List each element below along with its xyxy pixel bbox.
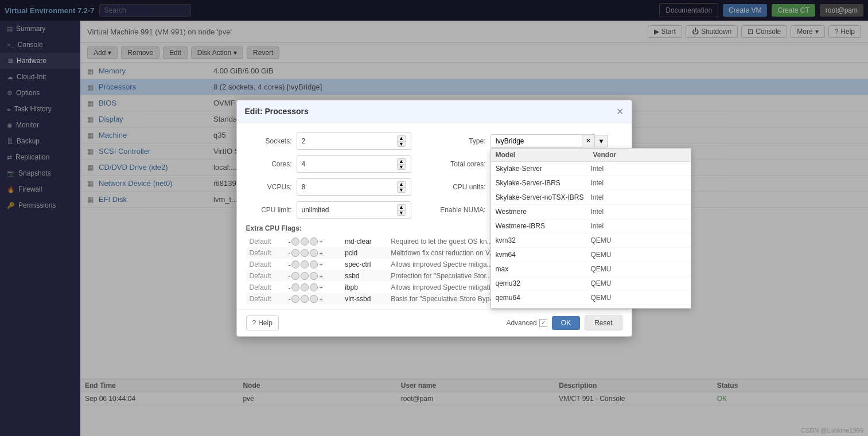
list-item[interactable]: qemu64QEMU	[491, 291, 691, 305]
cpu-limit-up[interactable]: ▲	[397, 204, 406, 210]
sockets-label: Sockets:	[246, 137, 292, 145]
type-input[interactable]	[491, 134, 582, 148]
list-item[interactable]: Skylake-ServerIntel	[491, 162, 691, 176]
flag-name: virt-ssbd	[341, 293, 387, 305]
flag-name: md-clear	[341, 236, 387, 247]
cpu-units-label: CPU units:	[440, 183, 486, 191]
cpu-limit-label: CPU limit:	[246, 206, 292, 214]
cpu-dropdown-items: Skylake-ServerIntelSkylake-Server-IBRSIn…	[491, 162, 691, 309]
type-clear-button[interactable]: ✕	[582, 134, 595, 147]
list-item[interactable]: Westmere-IBRSIntel	[491, 219, 691, 233]
advanced-checkbox[interactable]	[539, 319, 547, 327]
advanced-check: Advanced	[506, 319, 547, 327]
enable-numa-label: Enable NUMA:	[440, 206, 486, 214]
vcpus-label: VCPUs:	[246, 183, 292, 191]
flag-toggle-cell: - +	[285, 293, 341, 305]
flag-toggle[interactable]: - +	[289, 249, 338, 257]
type-label: Type:	[440, 137, 486, 145]
sockets-type-row: Sockets: 2 ▲ ▼ Type: ✕ ▼	[246, 133, 622, 150]
total-cores-label: Total cores:	[440, 160, 486, 168]
type-group: Type: ✕ ▼ Model Vendor Skylake-Se	[440, 134, 622, 148]
modal-overlay: Edit: Processors ✕ Sockets: 2 ▲ ▼ T	[0, 0, 868, 436]
flag-toggle[interactable]: - +	[289, 238, 338, 246]
ok-button[interactable]: OK	[552, 316, 580, 330]
vcpus-group: VCPUs: 8 ▲ ▼	[246, 178, 429, 196]
list-item[interactable]: maxQEMU	[491, 262, 691, 277]
vcpus-input[interactable]: 8 ▲ ▼	[297, 178, 411, 196]
flag-toggle-cell: - +	[285, 236, 341, 247]
flag-toggle[interactable]: - +	[289, 283, 338, 291]
list-item[interactable]: Skylake-Server-IBRSIntel	[491, 176, 691, 190]
dropdown-header: Model Vendor	[491, 149, 691, 162]
vcpus-up[interactable]: ▲	[397, 181, 406, 187]
cpu-limit-input[interactable]: unlimited ▲ ▼	[297, 201, 411, 219]
list-item[interactable]: kvm32QEMU	[491, 233, 691, 248]
list-item[interactable]: qemu32QEMU	[491, 277, 691, 291]
modal-close-button[interactable]: ✕	[616, 106, 624, 117]
type-dropdown-button[interactable]: ▼	[595, 135, 609, 147]
flag-state: Default	[246, 236, 285, 247]
flag-name: ssbd	[341, 270, 387, 282]
flag-state: Default	[246, 293, 285, 305]
flag-toggle-cell: - +	[285, 270, 341, 282]
reset-button[interactable]: Reset	[585, 316, 622, 330]
list-item[interactable]: WestmereIntel	[491, 205, 691, 219]
list-item[interactable]: kvm64QEMU	[491, 248, 691, 262]
flag-toggle[interactable]: - +	[289, 295, 338, 303]
flag-state: Default	[246, 259, 285, 270]
cpu-type-dropdown: Model Vendor Skylake-ServerIntelSkylake-…	[491, 148, 691, 309]
cores-group: Cores: 4 ▲ ▼	[246, 155, 429, 173]
flag-name: ibpb	[341, 282, 387, 293]
flag-name: spec-ctrl	[341, 259, 387, 270]
flag-state: Default	[246, 282, 285, 293]
cores-input[interactable]: 4 ▲ ▼	[297, 155, 411, 173]
cpu-limit-down[interactable]: ▼	[397, 210, 406, 216]
cpu-limit-group: CPU limit: unlimited ▲ ▼	[246, 201, 429, 219]
flag-toggle-cell: - +	[285, 259, 341, 270]
flag-toggle[interactable]: - +	[289, 260, 338, 268]
cores-label: Cores:	[246, 160, 292, 168]
vcpus-down[interactable]: ▼	[397, 187, 406, 193]
cores-down[interactable]: ▼	[397, 164, 406, 170]
list-item[interactable]: Skylake-Server-noTSX-IBRSIntel	[491, 190, 691, 205]
flag-toggle-cell: - +	[285, 282, 341, 293]
cores-up[interactable]: ▲	[397, 158, 406, 164]
flag-name: pcid	[341, 247, 387, 259]
flag-state: Default	[246, 270, 285, 282]
modal-header: Edit: Processors ✕	[237, 100, 632, 123]
sockets-down[interactable]: ▼	[397, 141, 406, 147]
sockets-input[interactable]: 2 ▲ ▼	[297, 133, 411, 150]
flag-state: Default	[246, 247, 285, 259]
help-button[interactable]: ? Help	[246, 316, 279, 330]
flag-toggle[interactable]: - +	[289, 272, 338, 280]
modal-title: Edit: Processors	[245, 107, 309, 116]
sockets-up[interactable]: ▲	[397, 135, 406, 141]
modal-body: Sockets: 2 ▲ ▼ Type: ✕ ▼	[237, 123, 632, 305]
sockets-group: Sockets: 2 ▲ ▼	[246, 133, 429, 150]
modal-footer: ? Help Advanced OK Reset	[237, 309, 632, 336]
list-item[interactable]: hostHost	[491, 305, 691, 309]
type-input-wrap: ✕ ▼ Model Vendor Skylake-ServerIntelSkyl…	[491, 134, 609, 148]
flag-toggle-cell: - +	[285, 247, 341, 259]
edit-processors-modal: Edit: Processors ✕ Sockets: 2 ▲ ▼ T	[236, 100, 632, 337]
